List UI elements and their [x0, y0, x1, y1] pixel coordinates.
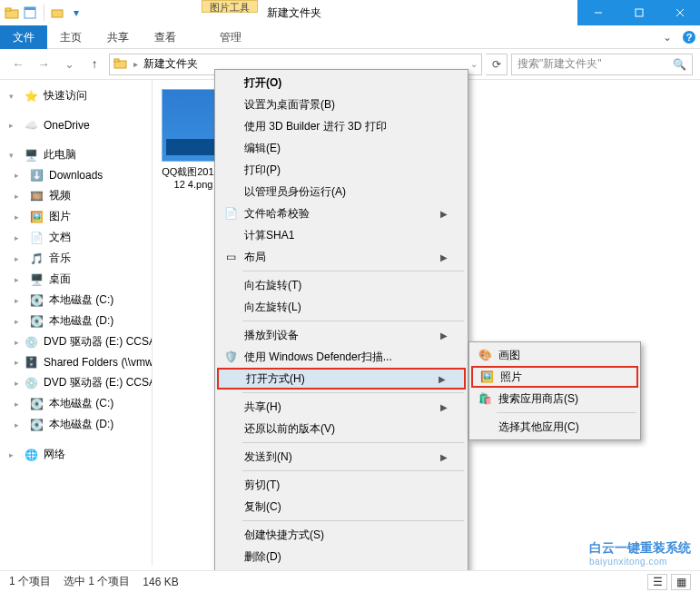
- search-input[interactable]: 搜索"新建文件夹" 🔍: [511, 54, 693, 75]
- download-icon: ⬇️: [29, 168, 44, 183]
- sub-choose-app[interactable]: 选择其他应用(C): [471, 416, 638, 438]
- photos-icon: 🖼️: [478, 369, 495, 385]
- up-button[interactable]: ↑: [84, 54, 105, 75]
- ctx-copy[interactable]: 复制(C): [217, 496, 466, 518]
- tab-home[interactable]: 主页: [47, 25, 94, 49]
- view-thumbnails-button[interactable]: ▦: [671, 574, 691, 590]
- separator: [242, 271, 464, 271]
- pc-icon: 🖥️: [24, 148, 38, 163]
- ctx-set-bg[interactable]: 设置为桌面背景(B): [217, 94, 466, 115]
- status-size: 146 KB: [143, 576, 178, 588]
- ctx-defender[interactable]: 🛡️使用 Windows Defender扫描...: [217, 346, 466, 368]
- back-button[interactable]: ←: [7, 54, 29, 75]
- ctx-layout[interactable]: ▭布局▶: [217, 246, 466, 268]
- sidebar-downloads[interactable]: ▸⬇️Downloads: [0, 165, 152, 185]
- ctx-share[interactable]: 共享(H)▶: [217, 396, 466, 418]
- separator: [242, 442, 464, 443]
- sidebar-documents[interactable]: ▸📄文档: [0, 227, 152, 248]
- music-icon: 🎵: [29, 252, 44, 266]
- sidebar-drive-c[interactable]: ▸💽本地磁盘 (C:): [0, 290, 152, 311]
- chevron-down-icon[interactable]: ▾: [68, 5, 84, 21]
- search-icon[interactable]: 🔍: [673, 58, 686, 71]
- sidebar-quick-access[interactable]: ▾⭐快速访问: [0, 85, 152, 106]
- sub-paint[interactable]: 🎨画图: [471, 344, 638, 366]
- ctx-shortcut[interactable]: 创建快捷方式(S): [217, 524, 466, 546]
- close-button[interactable]: [659, 0, 700, 25]
- sidebar-dvd-e[interactable]: ▸💿DVD 驱动器 (E:) CCSA_X64FRE_ZH-CN_DV5: [0, 331, 152, 352]
- breadcrumb[interactable]: 新建文件夹: [143, 56, 198, 72]
- video-icon: 🎞️: [29, 189, 44, 203]
- cloud-icon: ☁️: [24, 118, 38, 133]
- ctx-edit[interactable]: 编辑(E): [217, 137, 466, 159]
- ctx-open-with[interactable]: 打开方式(H)▶: [217, 368, 466, 390]
- drive-icon: 💽: [29, 397, 44, 411]
- sidebar-this-pc[interactable]: ▾🖥️此电脑: [0, 144, 152, 165]
- separator: [242, 470, 464, 471]
- sidebar-network[interactable]: ▸🌐网络: [0, 444, 152, 465]
- svg-rect-6: [636, 9, 643, 16]
- status-bar: 1 个项目 选中 1 个项目 146 KB ☰ ▦: [0, 570, 700, 592]
- sidebar-pictures[interactable]: ▸🖼️图片: [0, 206, 152, 227]
- sidebar-onedrive[interactable]: ▸☁️OneDrive: [0, 115, 152, 135]
- ctx-rotate-right[interactable]: 向右旋转(T): [217, 274, 466, 296]
- ctx-open[interactable]: 打开(O): [217, 72, 466, 94]
- status-selection: 选中 1 个项目: [64, 574, 130, 589]
- sidebar-drive-d[interactable]: ▸💽本地磁盘 (D:): [0, 311, 152, 331]
- ctx-3d-builder[interactable]: 使用 3D Builder 进行 3D 打印: [217, 115, 466, 137]
- ribbon-collapse-icon[interactable]: ⌄: [656, 31, 678, 44]
- new-folder-icon[interactable]: [50, 5, 66, 21]
- openwith-submenu: 🎨画图 🖼️照片 🛍️搜索应用商店(S) 选择其他应用(C): [468, 341, 641, 440]
- sidebar-dvd-e2[interactable]: ▸💿DVD 驱动器 (E:) CCSA_X64FRE_ZH-CN_DV5: [0, 372, 152, 393]
- view-details-button[interactable]: ☰: [647, 574, 667, 590]
- contextual-tab-label: 图片工具: [202, 0, 258, 13]
- tab-view[interactable]: 查看: [142, 25, 189, 49]
- ribbon: 文件 主页 共享 查看 管理 ⌄ ?: [0, 25, 700, 49]
- drive-icon: 💽: [29, 418, 44, 432]
- separator: [44, 5, 44, 21]
- search-placeholder: 搜索"新建文件夹": [518, 56, 602, 72]
- document-icon: 📄: [222, 205, 239, 222]
- ctx-hash[interactable]: 📄文件哈希校验▶: [217, 202, 466, 224]
- svg-rect-12: [114, 59, 119, 62]
- file-tab[interactable]: 文件: [0, 25, 47, 49]
- sidebar-shared[interactable]: ▸🗄️Shared Folders (\\vmware-host): [0, 352, 152, 372]
- recent-dropdown[interactable]: ⌄: [58, 54, 80, 75]
- sidebar-drive-c2[interactable]: ▸💽本地磁盘 (C:): [0, 393, 152, 414]
- svg-rect-4: [52, 10, 63, 17]
- ctx-send-to[interactable]: 发送到(N)▶: [217, 446, 466, 468]
- sub-store[interactable]: 🛍️搜索应用商店(S): [471, 388, 638, 409]
- ctx-print[interactable]: 打印(P): [217, 159, 466, 181]
- ctx-cast[interactable]: 播放到设备▶: [217, 324, 466, 346]
- ctx-restore[interactable]: 还原以前的版本(V): [217, 418, 466, 439]
- maximize-button[interactable]: [618, 0, 659, 25]
- properties-icon[interactable]: [22, 5, 38, 21]
- drive-icon: 💽: [29, 293, 44, 308]
- address-dropdown-icon[interactable]: ⌄: [470, 59, 478, 69]
- folder-icon: [4, 5, 20, 21]
- status-item-count: 1 个项目: [9, 574, 51, 589]
- tab-manage[interactable]: 管理: [207, 25, 254, 49]
- sidebar-videos[interactable]: ▸🎞️视频: [0, 185, 152, 206]
- ctx-rotate-left[interactable]: 向左旋转(L): [217, 296, 466, 318]
- sidebar-music[interactable]: ▸🎵音乐: [0, 248, 152, 269]
- navigation-pane: ▾⭐快速访问 ▸☁️OneDrive ▾🖥️此电脑 ▸⬇️Downloads ▸…: [0, 80, 153, 566]
- ctx-sha1[interactable]: 计算SHA1: [217, 224, 466, 246]
- store-icon: 🛍️: [477, 390, 493, 407]
- tab-share[interactable]: 共享: [94, 25, 142, 49]
- separator: [497, 412, 636, 413]
- ctx-delete[interactable]: 删除(D): [217, 546, 466, 567]
- sub-photos[interactable]: 🖼️照片: [471, 366, 638, 388]
- ctx-cut[interactable]: 剪切(T): [217, 474, 466, 496]
- sidebar-drive-d2[interactable]: ▸💽本地磁盘 (D:): [0, 414, 152, 435]
- sidebar-desktop[interactable]: ▸🖥️桌面: [0, 269, 152, 290]
- ctx-runas-admin[interactable]: 以管理员身份运行(A): [217, 181, 466, 202]
- svg-text:?: ?: [686, 32, 693, 43]
- chevron-right-icon: ▶: [440, 252, 448, 262]
- star-icon: ⭐: [24, 89, 38, 104]
- quick-access-toolbar: ▾: [0, 5, 88, 21]
- chevron-right-icon[interactable]: ▸: [133, 59, 138, 69]
- help-icon[interactable]: ?: [678, 26, 700, 48]
- minimize-button[interactable]: [577, 0, 618, 25]
- refresh-button[interactable]: ⟳: [486, 54, 508, 75]
- desktop-icon: 🖥️: [29, 272, 44, 287]
